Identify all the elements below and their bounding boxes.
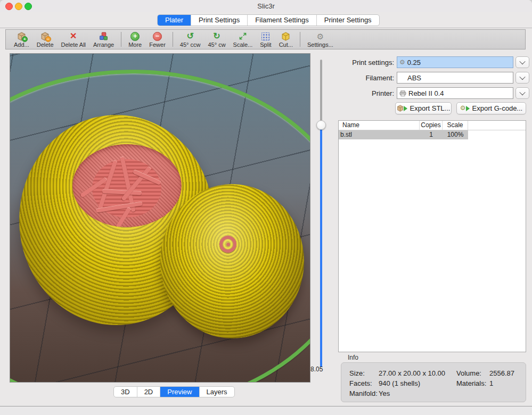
delete-box-icon: − xyxy=(40,31,50,41)
more-button[interactable]: + More xyxy=(128,31,142,48)
filament-label: Filament: xyxy=(331,74,394,82)
export-box-icon xyxy=(397,105,407,112)
printer-combo[interactable]: Rebel II 0.4 xyxy=(397,87,513,99)
delete-button[interactable]: − Delete xyxy=(37,31,54,48)
table-row[interactable]: b.stl 1 100% xyxy=(339,130,468,139)
split-button[interactable]: Split xyxy=(260,31,271,48)
scale-button[interactable]: Scale... xyxy=(233,31,253,48)
materials-label: Materials: xyxy=(456,379,486,387)
green-arrow-icon xyxy=(404,106,407,111)
toolbar-separator xyxy=(173,32,173,47)
small-dome-infill-dot xyxy=(226,243,230,246)
export-gear-icon: ⚙ xyxy=(460,105,470,112)
window-title: Slic3r xyxy=(0,2,532,10)
rotate-cw-icon: ↻ xyxy=(213,31,220,41)
print-settings-value: 0.25 xyxy=(407,59,421,67)
tab-preview[interactable]: Preview xyxy=(160,387,199,397)
add-box-icon: + xyxy=(17,31,26,41)
split-dots-icon xyxy=(261,31,269,41)
chevron-down-icon xyxy=(519,74,525,80)
add-button[interactable]: + Add... xyxy=(14,31,29,48)
print-object-small-dome xyxy=(160,184,304,338)
cut-button[interactable]: Cut... xyxy=(279,31,293,48)
filament-combo[interactable]: ABS xyxy=(397,72,513,84)
printer-value: Rebel II 0.4 xyxy=(408,89,444,97)
slic3r-window: Slic3r Plater Print Settings Filament Se… xyxy=(0,0,532,415)
gear-icon: ⚙ xyxy=(399,59,405,66)
layer-slider-fill[interactable] xyxy=(320,129,322,367)
info-section-title: Info xyxy=(348,354,358,361)
toolbar: + Add... − Delete ✕ Delete All Arrang xyxy=(5,29,526,49)
tab-print-settings[interactable]: Print Settings xyxy=(191,15,248,26)
tab-3d[interactable]: 3D xyxy=(114,387,137,397)
cut-box-icon xyxy=(281,31,290,41)
manifold-label: Manifold: xyxy=(349,389,378,397)
size-value: 27.00 x 20.00 x 10.00 xyxy=(379,369,445,377)
print-settings-dropdown-button[interactable] xyxy=(515,56,529,68)
toolbar-separator xyxy=(121,32,121,47)
plus-badge-icon: + xyxy=(22,36,28,42)
printer-icon xyxy=(399,90,406,96)
settings-button[interactable]: ⚙ Settings... xyxy=(307,31,333,48)
red-x-icon: ✕ xyxy=(70,31,77,41)
filament-value: ABS xyxy=(407,74,421,82)
manifold-value: Yes xyxy=(379,389,390,397)
arrange-cubes-icon xyxy=(99,31,108,41)
print-settings-label: Print settings: xyxy=(331,59,394,67)
materials-value: 1 xyxy=(489,379,493,387)
tab-filament-settings[interactable]: Filament Settings xyxy=(248,15,316,26)
plus-circle-icon: + xyxy=(130,31,140,41)
arrange-button[interactable]: Arrange xyxy=(93,31,114,48)
facets-label: Facets: xyxy=(349,379,372,387)
rotate-ccw-icon: ↺ xyxy=(186,31,193,41)
object-list[interactable]: Name Copies Scale b.stl 1 100% xyxy=(338,120,526,352)
print-settings-combo[interactable]: ⚙ 0.25 xyxy=(397,56,513,68)
rotate-ccw-button[interactable]: ↺ 45° ccw xyxy=(180,31,201,48)
volume-label: Volume: xyxy=(456,369,481,377)
3d-viewport[interactable] xyxy=(10,53,310,383)
tab-plater[interactable]: Plater xyxy=(158,15,191,26)
rotate-cw-button[interactable]: ↻ 45° cw xyxy=(208,31,225,48)
main-tab-bar: Plater Print Settings Filament Settings … xyxy=(157,14,380,26)
export-gcode-button[interactable]: ⚙ Export G-code... xyxy=(456,102,526,114)
gear-icon: ⚙ xyxy=(317,31,324,41)
infill-top-surface xyxy=(72,144,182,227)
info-box: Size: 27.00 x 20.00 x 10.00 Volume: 2556… xyxy=(341,362,526,402)
facets-value: 940 (1 shells) xyxy=(379,379,420,387)
volume-value: 2556.87 xyxy=(489,369,514,377)
fewer-button[interactable]: − Fewer xyxy=(149,31,166,48)
chevron-down-icon xyxy=(519,59,525,64)
minus-circle-icon: − xyxy=(153,31,162,41)
green-arrow-icon xyxy=(466,106,470,111)
title-bar[interactable]: Slic3r xyxy=(0,0,532,12)
export-stl-button[interactable]: Export STL... xyxy=(395,102,452,114)
window-bottom-strip xyxy=(0,406,532,415)
layer-height-value: 8.05 xyxy=(310,366,334,373)
size-label: Size: xyxy=(349,369,365,377)
toolbar-separator xyxy=(300,32,300,47)
column-name[interactable]: Name xyxy=(339,121,420,130)
tab-printer-settings[interactable]: Printer Settings xyxy=(317,15,379,26)
printer-dropdown-button[interactable] xyxy=(515,87,529,99)
column-copies[interactable]: Copies xyxy=(420,121,443,130)
delete-all-button[interactable]: ✕ Delete All xyxy=(61,31,86,48)
column-scale[interactable]: Scale xyxy=(443,121,468,130)
chevron-down-icon xyxy=(519,89,525,95)
filament-dropdown-button[interactable] xyxy=(515,72,529,84)
toolbar-divider xyxy=(0,28,532,28)
view-mode-tabs: 3D 2D Preview Layers xyxy=(113,386,235,397)
printer-label: Printer: xyxy=(331,89,394,97)
object-list-header: Name Copies Scale xyxy=(339,121,526,130)
layer-slider-thumb[interactable] xyxy=(316,120,326,130)
tab-layers[interactable]: Layers xyxy=(200,387,234,397)
layer-slider-track[interactable] xyxy=(320,60,322,122)
scale-arrows-icon xyxy=(239,31,247,41)
tab-2d[interactable]: 2D xyxy=(137,387,161,397)
